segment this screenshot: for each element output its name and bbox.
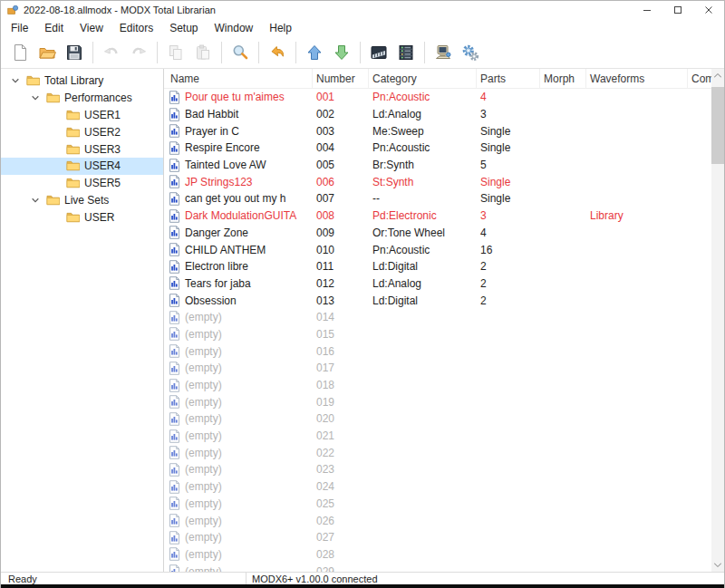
table-row[interactable]: (empty)014 xyxy=(164,309,724,326)
table-row[interactable]: CHILD ANTHEM010Pn:Acoustic16 xyxy=(164,241,724,258)
computer-midi-icon xyxy=(434,43,452,62)
menu-file[interactable]: File xyxy=(3,20,36,36)
menu-editors[interactable]: Editors xyxy=(111,20,161,36)
table-row[interactable]: (empty)029 xyxy=(164,563,724,572)
cell-morph xyxy=(540,377,586,394)
menu-view[interactable]: View xyxy=(72,20,111,36)
tree-item-total-library[interactable]: Total Library xyxy=(1,72,163,90)
table-row[interactable]: can get you out my h007--Single xyxy=(164,190,724,207)
tree-item-user4[interactable]: USER4 xyxy=(1,158,163,175)
rack-view-button[interactable] xyxy=(394,41,418,64)
minimize-button[interactable] xyxy=(632,1,662,18)
save-file-button[interactable] xyxy=(63,41,86,64)
table-row[interactable]: (empty)017 xyxy=(164,360,724,377)
scroll-up-button[interactable] xyxy=(711,69,724,82)
tree-item-live-sets[interactable]: Live Sets xyxy=(1,192,163,209)
cell-name: can get you out my h xyxy=(164,190,313,207)
cell-number: 023 xyxy=(313,461,369,478)
performance-doc-icon xyxy=(169,463,180,477)
table-row[interactable]: (empty)019 xyxy=(164,393,724,410)
column-header-morph[interactable]: Morph xyxy=(540,69,586,88)
tree-item-label: USER xyxy=(84,211,114,224)
performance-doc-icon xyxy=(169,192,180,206)
tree-item-user3[interactable]: USER3 xyxy=(1,140,163,158)
column-header-parts[interactable]: Parts xyxy=(477,69,540,88)
cell-name: Tainted Love AW xyxy=(164,157,313,174)
column-header-number[interactable]: Number xyxy=(313,69,369,88)
cell-category xyxy=(369,410,477,428)
tree-item-user5[interactable]: USER5 xyxy=(1,175,163,192)
cell-number: 018 xyxy=(313,377,369,394)
cell-parts: Single xyxy=(477,190,540,207)
table-row[interactable]: Pour que tu m'aimes001Pn:Acoustic4 xyxy=(164,89,724,106)
table-row[interactable]: Bad Habbit002Ld:Analog3 xyxy=(164,106,724,123)
cell-name: (empty) xyxy=(164,342,313,360)
performance-doc-icon xyxy=(169,344,180,358)
sync-settings-button[interactable] xyxy=(459,41,482,64)
table-row[interactable]: (empty)018 xyxy=(164,377,724,394)
scroll-down-button[interactable] xyxy=(711,558,724,572)
cell-morph xyxy=(540,258,586,275)
search-button[interactable] xyxy=(228,41,252,64)
save-icon xyxy=(65,43,83,62)
chevron-down-icon[interactable] xyxy=(24,91,46,105)
new-file-button[interactable] xyxy=(8,41,32,64)
tree-item-user1[interactable]: USER1 xyxy=(1,107,163,124)
cell-waveforms: Library xyxy=(586,207,688,225)
chevron-down-icon[interactable] xyxy=(24,193,46,207)
open-file-button[interactable] xyxy=(35,41,59,64)
menu-setup[interactable]: Setup xyxy=(161,20,206,36)
table-row[interactable]: Obsession013Ld:Digital2 xyxy=(164,292,724,309)
menu-window[interactable]: Window xyxy=(207,20,262,36)
cell-waveforms xyxy=(586,225,688,242)
maximize-button[interactable] xyxy=(662,1,693,18)
tree-item-label: USER5 xyxy=(84,177,121,189)
table-row[interactable]: (empty)028 xyxy=(164,546,724,564)
chevron-down-icon[interactable] xyxy=(5,73,26,88)
tree-item-user2[interactable]: USER2 xyxy=(1,123,163,140)
cell-parts: 3 xyxy=(477,106,540,123)
performance-name: (empty) xyxy=(185,497,222,510)
table-row[interactable]: (empty)022 xyxy=(164,444,724,461)
menu-help[interactable]: Help xyxy=(261,20,300,36)
folder-icon xyxy=(66,211,80,224)
table-row[interactable]: Respire Encore004Pn:AcousticSingle xyxy=(164,140,724,157)
table-row[interactable]: (empty)020 xyxy=(164,410,724,428)
performance-name: CHILD ANTHEM xyxy=(185,244,266,256)
cell-parts xyxy=(477,496,540,513)
scrollbar[interactable] xyxy=(711,69,724,572)
table-row[interactable]: (empty)015 xyxy=(164,326,724,343)
table-row[interactable]: (empty)026 xyxy=(164,512,724,529)
transmit-to-device-button[interactable] xyxy=(431,41,455,64)
tree-item-user[interactable]: USER xyxy=(1,208,163,226)
table-row[interactable]: (empty)024 xyxy=(164,478,724,496)
scroll-thumb[interactable] xyxy=(711,87,724,164)
table-row[interactable]: (empty)016 xyxy=(164,342,724,360)
table-row[interactable]: (empty)025 xyxy=(164,496,724,513)
table-row[interactable]: Tainted Love AW005Br:Synth5 xyxy=(164,157,724,174)
column-header-category[interactable]: Category xyxy=(369,69,477,88)
cell-name: Electron libre xyxy=(164,258,313,275)
menu-edit[interactable]: Edit xyxy=(36,20,72,36)
tree-item-performances[interactable]: Performances xyxy=(1,90,163,107)
revert-button[interactable] xyxy=(266,41,289,64)
table-row[interactable]: Tears for jaba012Ld:Analog2 xyxy=(164,275,724,293)
instrument-view-button[interactable] xyxy=(367,41,391,64)
table-row[interactable]: JP Strings123006St:SynthSingle xyxy=(164,173,724,190)
cell-number: 008 xyxy=(313,207,369,225)
table-row[interactable]: (empty)021 xyxy=(164,428,724,445)
column-header-waveforms[interactable]: Waveforms xyxy=(586,69,688,88)
move-down-button[interactable] xyxy=(330,41,353,64)
table-row[interactable]: Dark ModulationGUITA008Pd:Electronic3Lib… xyxy=(164,207,724,225)
column-header-name[interactable]: Name xyxy=(164,69,313,88)
table-row[interactable]: Danger Zone009Or:Tone Wheel4 xyxy=(164,225,724,242)
move-up-button[interactable] xyxy=(303,41,326,64)
close-button[interactable] xyxy=(693,1,724,18)
performance-doc-icon xyxy=(169,260,180,274)
table-row[interactable]: (empty)023 xyxy=(164,461,724,478)
cell-parts: 4 xyxy=(477,225,540,242)
table-row[interactable]: Electron libre011Ld:Digital2 xyxy=(164,258,724,275)
table-row[interactable]: (empty)027 xyxy=(164,529,724,546)
table-row[interactable]: Prayer in C003Me:SweepSingle xyxy=(164,122,724,140)
toolbar-separator xyxy=(258,42,259,63)
